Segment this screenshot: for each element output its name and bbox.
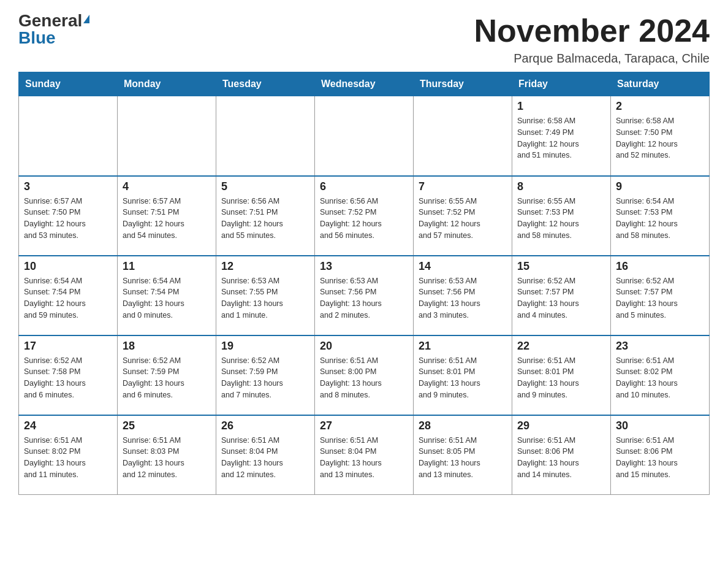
calendar-cell: 17Sunrise: 6:52 AM Sunset: 7:58 PM Dayli…: [19, 335, 118, 415]
calendar-cell: 22Sunrise: 6:51 AM Sunset: 8:01 PM Dayli…: [512, 335, 611, 415]
column-header-sunday: Sunday: [19, 72, 118, 96]
calendar-table: SundayMondayTuesdayWednesdayThursdayFrid…: [18, 72, 710, 495]
day-info: Sunrise: 6:52 AM Sunset: 7:57 PM Dayligh…: [616, 275, 704, 321]
calendar-cell: 25Sunrise: 6:51 AM Sunset: 8:03 PM Dayli…: [118, 415, 216, 495]
day-number: 15: [517, 260, 605, 273]
day-number: 5: [221, 180, 309, 193]
calendar-cell: [19, 96, 118, 176]
day-number: 23: [616, 340, 704, 353]
day-info: Sunrise: 6:53 AM Sunset: 7:56 PM Dayligh…: [419, 275, 507, 321]
calendar-week-row: 3Sunrise: 6:57 AM Sunset: 7:50 PM Daylig…: [19, 176, 710, 256]
day-number: 13: [320, 260, 408, 273]
day-number: 18: [123, 340, 211, 353]
day-number: 4: [123, 180, 211, 193]
day-number: 22: [517, 340, 605, 353]
day-number: 11: [123, 260, 211, 273]
day-number: 1: [517, 100, 605, 113]
calendar-cell: 4Sunrise: 6:57 AM Sunset: 7:51 PM Daylig…: [118, 176, 216, 256]
day-info: Sunrise: 6:51 AM Sunset: 8:00 PM Dayligh…: [320, 355, 408, 401]
calendar-week-row: 10Sunrise: 6:54 AM Sunset: 7:54 PM Dayli…: [19, 256, 710, 335]
day-info: Sunrise: 6:51 AM Sunset: 8:05 PM Dayligh…: [419, 435, 507, 481]
day-info: Sunrise: 6:51 AM Sunset: 8:02 PM Dayligh…: [24, 435, 112, 481]
logo-triangle-icon: [83, 15, 89, 23]
calendar-cell: 19Sunrise: 6:52 AM Sunset: 7:59 PM Dayli…: [216, 335, 315, 415]
day-number: 9: [616, 180, 704, 193]
calendar-cell: 14Sunrise: 6:53 AM Sunset: 7:56 PM Dayli…: [414, 256, 512, 335]
calendar-cell: 10Sunrise: 6:54 AM Sunset: 7:54 PM Dayli…: [19, 256, 118, 335]
column-header-tuesday: Tuesday: [216, 72, 315, 96]
day-info: Sunrise: 6:52 AM Sunset: 7:58 PM Dayligh…: [24, 355, 112, 401]
calendar-cell: 7Sunrise: 6:55 AM Sunset: 7:52 PM Daylig…: [414, 176, 512, 256]
calendar-cell: 24Sunrise: 6:51 AM Sunset: 8:02 PM Dayli…: [19, 415, 118, 495]
calendar-cell: [414, 96, 512, 176]
column-header-wednesday: Wednesday: [315, 72, 414, 96]
day-info: Sunrise: 6:58 AM Sunset: 7:50 PM Dayligh…: [616, 115, 704, 161]
day-info: Sunrise: 6:55 AM Sunset: 7:52 PM Dayligh…: [419, 196, 507, 242]
day-info: Sunrise: 6:54 AM Sunset: 7:54 PM Dayligh…: [123, 275, 211, 321]
day-info: Sunrise: 6:57 AM Sunset: 7:51 PM Dayligh…: [123, 196, 211, 242]
column-header-monday: Monday: [118, 72, 216, 96]
column-header-friday: Friday: [512, 72, 611, 96]
day-info: Sunrise: 6:51 AM Sunset: 8:01 PM Dayligh…: [517, 355, 605, 401]
calendar-week-row: 17Sunrise: 6:52 AM Sunset: 7:58 PM Dayli…: [19, 335, 710, 415]
calendar-cell: 29Sunrise: 6:51 AM Sunset: 8:06 PM Dayli…: [512, 415, 611, 495]
calendar-cell: 11Sunrise: 6:54 AM Sunset: 7:54 PM Dayli…: [118, 256, 216, 335]
day-number: 26: [221, 419, 309, 432]
calendar-cell: 8Sunrise: 6:55 AM Sunset: 7:53 PM Daylig…: [512, 176, 611, 256]
calendar-cell: 20Sunrise: 6:51 AM Sunset: 8:00 PM Dayli…: [315, 335, 414, 415]
calendar-header-row: SundayMondayTuesdayWednesdayThursdayFrid…: [19, 72, 710, 96]
calendar-week-row: 1Sunrise: 6:58 AM Sunset: 7:49 PM Daylig…: [19, 96, 710, 176]
calendar-cell: 26Sunrise: 6:51 AM Sunset: 8:04 PM Dayli…: [216, 415, 315, 495]
calendar-cell: 1Sunrise: 6:58 AM Sunset: 7:49 PM Daylig…: [512, 96, 611, 176]
day-number: 19: [221, 340, 309, 353]
column-header-saturday: Saturday: [611, 72, 710, 96]
calendar-cell: 2Sunrise: 6:58 AM Sunset: 7:50 PM Daylig…: [611, 96, 710, 176]
day-info: Sunrise: 6:51 AM Sunset: 8:04 PM Dayligh…: [320, 435, 408, 481]
day-number: 7: [419, 180, 507, 193]
calendar-cell: 28Sunrise: 6:51 AM Sunset: 8:05 PM Dayli…: [414, 415, 512, 495]
day-number: 25: [123, 419, 211, 432]
day-info: Sunrise: 6:53 AM Sunset: 7:55 PM Dayligh…: [221, 275, 309, 321]
calendar-cell: 13Sunrise: 6:53 AM Sunset: 7:56 PM Dayli…: [315, 256, 414, 335]
calendar-cell: 9Sunrise: 6:54 AM Sunset: 7:53 PM Daylig…: [611, 176, 710, 256]
day-info: Sunrise: 6:51 AM Sunset: 8:04 PM Dayligh…: [221, 435, 309, 481]
day-info: Sunrise: 6:54 AM Sunset: 7:53 PM Dayligh…: [616, 196, 704, 242]
logo: General Blue: [18, 12, 89, 47]
day-number: 30: [616, 419, 704, 432]
day-number: 20: [320, 340, 408, 353]
day-number: 3: [24, 180, 112, 193]
day-number: 2: [616, 100, 704, 113]
day-info: Sunrise: 6:51 AM Sunset: 8:01 PM Dayligh…: [419, 355, 507, 401]
day-number: 29: [517, 419, 605, 432]
day-number: 28: [419, 419, 507, 432]
calendar-cell: 21Sunrise: 6:51 AM Sunset: 8:01 PM Dayli…: [414, 335, 512, 415]
logo-blue-text: Blue: [18, 29, 56, 47]
day-number: 10: [24, 260, 112, 273]
calendar-cell: [315, 96, 414, 176]
day-info: Sunrise: 6:52 AM Sunset: 7:59 PM Dayligh…: [123, 355, 211, 401]
page-header: General Blue November 2024 Parque Balmac…: [18, 12, 710, 66]
calendar-cell: 30Sunrise: 6:51 AM Sunset: 8:06 PM Dayli…: [611, 415, 710, 495]
day-info: Sunrise: 6:58 AM Sunset: 7:49 PM Dayligh…: [517, 115, 605, 161]
calendar-cell: 3Sunrise: 6:57 AM Sunset: 7:50 PM Daylig…: [19, 176, 118, 256]
day-info: Sunrise: 6:51 AM Sunset: 8:02 PM Dayligh…: [616, 355, 704, 401]
day-number: 21: [419, 340, 507, 353]
calendar-cell: 27Sunrise: 6:51 AM Sunset: 8:04 PM Dayli…: [315, 415, 414, 495]
column-header-thursday: Thursday: [414, 72, 512, 96]
calendar-cell: 5Sunrise: 6:56 AM Sunset: 7:51 PM Daylig…: [216, 176, 315, 256]
calendar-cell: 18Sunrise: 6:52 AM Sunset: 7:59 PM Dayli…: [118, 335, 216, 415]
day-info: Sunrise: 6:52 AM Sunset: 7:57 PM Dayligh…: [517, 275, 605, 321]
logo-general-text: General: [18, 12, 82, 29]
day-info: Sunrise: 6:55 AM Sunset: 7:53 PM Dayligh…: [517, 196, 605, 242]
calendar-week-row: 24Sunrise: 6:51 AM Sunset: 8:02 PM Dayli…: [19, 415, 710, 495]
day-info: Sunrise: 6:56 AM Sunset: 7:51 PM Dayligh…: [221, 196, 309, 242]
day-info: Sunrise: 6:51 AM Sunset: 8:06 PM Dayligh…: [616, 435, 704, 481]
calendar-cell: 23Sunrise: 6:51 AM Sunset: 8:02 PM Dayli…: [611, 335, 710, 415]
calendar-cell: [216, 96, 315, 176]
day-number: 6: [320, 180, 408, 193]
day-info: Sunrise: 6:53 AM Sunset: 7:56 PM Dayligh…: [320, 275, 408, 321]
day-info: Sunrise: 6:52 AM Sunset: 7:59 PM Dayligh…: [221, 355, 309, 401]
day-number: 16: [616, 260, 704, 273]
day-number: 12: [221, 260, 309, 273]
month-title: November 2024: [474, 12, 710, 49]
